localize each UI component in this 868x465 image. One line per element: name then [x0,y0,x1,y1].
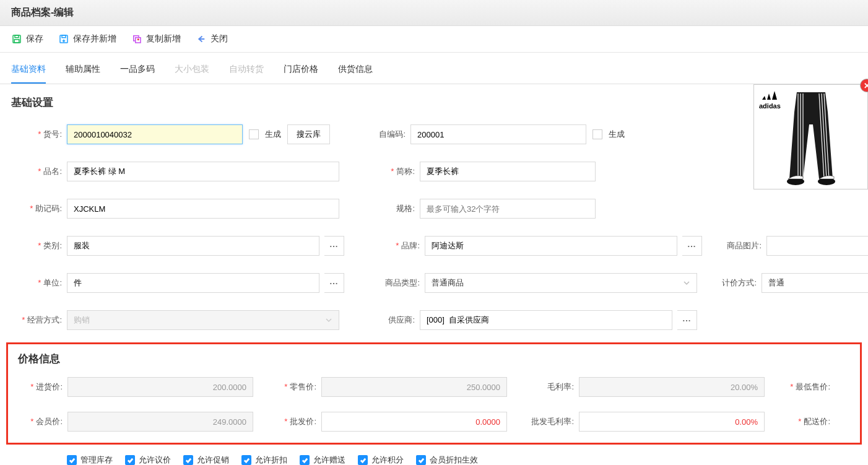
generate-selfcode-checkbox[interactable] [592,129,602,139]
price-section: 价格信息 进货价: 零售价: 毛利率: 最低售价: 会员价: 批发价: 批发毛利… [6,342,862,445]
name-input[interactable] [67,162,339,181]
unit-picker-button[interactable]: ··· [324,273,344,293]
supplier-picker-button[interactable]: ··· [677,310,697,330]
spec-input[interactable] [420,199,596,219]
chevron-down-icon [325,316,332,324]
close-icon [196,33,207,45]
tab-store-price[interactable]: 门店价格 [284,55,318,84]
svg-rect-2 [14,40,19,43]
product-type-select[interactable]: 普通商品 [425,273,697,293]
supplier-input[interactable] [420,310,672,330]
label-mnemonic: 助记码: [11,203,62,214]
tab-auto: 自动转货 [229,55,264,84]
section-price-info: 价格信息 [13,349,855,372]
margin-input [579,377,765,397]
product-image-panel: adidas ✕ 图 1. 2. [753,84,868,189]
mnemonic-input[interactable] [67,199,339,219]
cb-discount[interactable]: 允许折扣 [241,454,287,465]
tabs: 基础资料 辅助属性 一品多码 大小包装 自动转货 门店价格 供货信息 [0,55,868,84]
section-basic-settings: 基础设置 [0,84,868,115]
svg-rect-1 [15,35,19,38]
cb-negotiate[interactable]: 允许议价 [125,454,171,465]
save-new-icon [58,33,69,45]
label-purchase: 进货价: [15,381,63,393]
label-generate2: 生成 [609,129,625,140]
pricing-method-select[interactable]: 普通 [762,273,868,293]
label-pricing-method: 计价方式: [717,277,757,289]
label-spec: 规格: [364,203,415,214]
product-image[interactable]: adidas ✕ [753,84,868,189]
label-wholesale: 批发价: [277,416,316,427]
label-brand: 品牌: [369,240,420,251]
label-margin: 毛利率: [531,381,574,393]
copy-icon [131,33,142,45]
label-biz-mode: 经营方式: [11,315,62,326]
selfcode-input[interactable] [410,124,586,144]
label-retail: 零售价: [277,381,316,393]
label-member: 会员价: [15,416,63,427]
unit-input[interactable] [67,273,319,293]
option-checkboxes: 管理库存 允许议价 允许促销 允许折扣 允许赠送 允许积分 会员折扣生效 [0,447,868,465]
cb-member-disc[interactable]: 会员折扣生效 [416,454,478,465]
svg-rect-4 [62,35,66,38]
tab-supply[interactable]: 供货信息 [338,55,373,84]
save-button[interactable]: 保存 [11,33,43,45]
category-input[interactable] [67,236,319,256]
tab-basic[interactable]: 基础资料 [11,55,46,84]
copy-new-button[interactable]: 复制新增 [131,33,181,45]
label-unit: 单位: [11,277,62,289]
label-code: 货号: [11,129,62,140]
label-supplier: 供应商: [364,315,415,326]
label-generate1: 生成 [265,129,281,140]
save-and-new-button[interactable]: 保存并新增 [58,33,116,45]
whole-margin-input [579,412,765,432]
chevron-down-icon [683,279,690,287]
tab-aux[interactable]: 辅助属性 [66,55,100,84]
biz-mode-select: 购销 [67,310,339,330]
brand-picker-button[interactable]: ··· [682,236,702,256]
save-icon [11,33,22,45]
page-title: 商品档案-编辑 [0,0,868,26]
label-name: 品名: [11,166,62,177]
cb-gift[interactable]: 允许赠送 [300,454,345,465]
product-image-input[interactable] [766,236,868,256]
label-short: 简称: [364,166,415,177]
brand-input[interactable] [425,236,677,256]
tab-package: 大小包装 [175,55,209,84]
purchase-input[interactable] [67,377,253,397]
label-delivery: 配送价: [783,416,830,427]
tab-multi[interactable]: 一品多码 [120,55,155,84]
label-category: 类别: [11,240,62,251]
generate-code-checkbox[interactable] [249,129,259,139]
cb-points[interactable]: 允许积分 [358,454,404,465]
wholesale-input[interactable] [321,412,507,432]
close-button[interactable]: 关闭 [196,33,228,45]
cb-stock[interactable]: 管理库存 [67,454,113,465]
short-input[interactable] [420,162,596,181]
retail-input[interactable] [321,377,507,397]
label-product-image: 商品图片: [722,240,762,251]
code-input[interactable] [67,124,243,144]
label-whole-margin: 批发毛利率: [531,416,574,427]
category-picker-button[interactable]: ··· [324,236,344,256]
label-product-type: 商品类型: [369,277,420,289]
member-input[interactable] [67,412,253,432]
search-cloud-button[interactable]: 搜云库 [287,124,330,144]
adidas-logo: adidas [759,90,781,110]
label-selfcode: 自编码: [355,129,406,140]
label-min-price: 最低售价: [783,381,830,393]
cb-promo[interactable]: 允许促销 [183,454,229,465]
toolbar: 保存 保存并新增 复制新增 关闭 [0,26,868,53]
